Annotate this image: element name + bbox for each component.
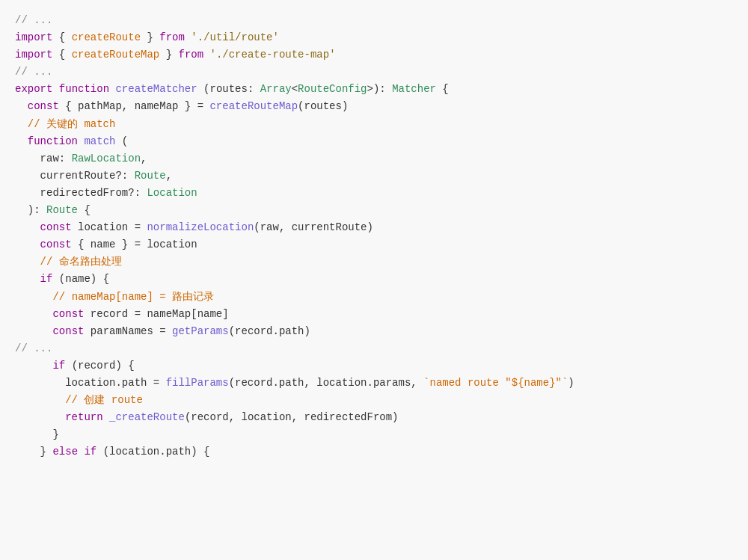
code-token: } xyxy=(15,426,59,443)
code-viewer: // ...import { createRoute } from './uti… xyxy=(0,0,748,560)
code-token: , xyxy=(141,150,147,167)
code-token: fillParams xyxy=(166,375,229,392)
code-token: // ... xyxy=(15,340,52,357)
code-token: redirectedFrom?: xyxy=(15,185,147,202)
code-token xyxy=(15,98,28,115)
code-token: // ... xyxy=(15,12,52,29)
code-token xyxy=(15,392,65,409)
code-token: Route xyxy=(46,202,78,219)
code-token xyxy=(109,81,115,98)
code-line: // 命名路由处理 xyxy=(0,253,748,271)
code-token: const xyxy=(40,219,72,236)
code-token: >): xyxy=(367,81,393,98)
code-token: Array xyxy=(260,81,292,98)
code-token: // 创建 route xyxy=(65,392,143,409)
code-token: from xyxy=(159,29,185,46)
code-token: createRouteMap xyxy=(209,98,298,115)
code-token: location.path = xyxy=(15,375,166,392)
code-line: // ... xyxy=(0,340,748,357)
code-token: (location.path) { xyxy=(96,443,209,461)
code-line: raw: RawLocation, xyxy=(0,150,748,167)
code-line: import { createRoute } from './util/rout… xyxy=(0,29,748,46)
code-token: Matcher xyxy=(392,81,436,98)
code-token: './util/route' xyxy=(191,29,279,46)
code-token xyxy=(203,46,209,64)
code-line: // ... xyxy=(0,64,748,81)
code-token: (routes: xyxy=(197,81,260,98)
code-line: // nameMap[name] = 路由记录 xyxy=(0,289,748,306)
code-line: const location = normalizeLocation(raw, … xyxy=(0,219,748,236)
code-token: './create-route-map' xyxy=(210,46,336,64)
code-line: import { createRouteMap } from './create… xyxy=(0,46,748,64)
code-token: (raw, currentRoute) xyxy=(254,219,373,236)
code-token: { xyxy=(78,202,91,219)
code-token: RawLocation xyxy=(72,150,141,167)
code-token: else xyxy=(52,443,78,461)
code-token: < xyxy=(292,81,298,98)
code-token: ( xyxy=(115,133,128,150)
code-token: Location xyxy=(147,185,197,202)
code-line: if (record) { xyxy=(0,357,748,375)
code-token xyxy=(103,409,109,426)
code-line: // 创建 route xyxy=(0,392,748,409)
code-token: (record.path) xyxy=(229,323,310,340)
code-token: (name) { xyxy=(52,271,109,288)
code-token: location = xyxy=(72,219,147,236)
code-token: function xyxy=(28,133,78,150)
code-token xyxy=(15,133,28,150)
code-token xyxy=(78,133,84,150)
code-token xyxy=(15,289,52,306)
code-token: (record, location, redirectedFrom) xyxy=(185,409,399,426)
code-token: } xyxy=(141,29,159,46)
code-token xyxy=(15,116,28,133)
code-line: const paramNames = getParams(record.path… xyxy=(0,323,748,340)
code-token: return xyxy=(65,409,102,426)
code-token xyxy=(15,409,65,426)
code-token: import xyxy=(15,29,52,46)
code-token xyxy=(15,236,40,253)
code-token: (record.path, location.params, xyxy=(229,375,423,392)
code-token: record = nameMap[name] xyxy=(84,306,228,323)
code-token: const xyxy=(40,236,72,253)
code-token: match xyxy=(84,133,115,150)
code-line: function match ( xyxy=(0,133,748,150)
code-line: } xyxy=(0,426,748,443)
code-line: } else if (location.path) { xyxy=(0,443,748,461)
code-token: // ... xyxy=(15,64,52,81)
code-token: { xyxy=(52,46,71,64)
code-token: if xyxy=(52,357,65,375)
code-line: // ... xyxy=(0,12,748,29)
code-token xyxy=(15,219,40,236)
code-token: // 命名路由处理 xyxy=(40,253,122,271)
code-line: const { name } = location xyxy=(0,236,748,253)
code-line: export function createMatcher (routes: A… xyxy=(0,81,748,98)
code-token: getParams xyxy=(172,323,229,340)
code-token: Route xyxy=(135,167,166,185)
code-token: RouteConfig xyxy=(298,81,367,98)
code-token: export xyxy=(15,81,52,98)
code-token: (record) { xyxy=(65,357,134,375)
code-token: _createRoute xyxy=(109,409,185,426)
code-token: { xyxy=(52,29,71,46)
code-token: paramNames = xyxy=(84,323,172,340)
code-content: // ...import { createRoute } from './uti… xyxy=(0,12,748,461)
code-line: ): Route { xyxy=(0,202,748,219)
code-token: const xyxy=(52,323,84,340)
code-token: from xyxy=(178,46,203,64)
code-token: createRoute xyxy=(72,29,141,46)
code-token: const xyxy=(52,306,84,323)
code-token: // 关键的 match xyxy=(28,116,116,133)
code-token: currentRoute?: xyxy=(15,167,135,185)
code-token: createMatcher xyxy=(115,81,197,98)
code-token: (routes) xyxy=(298,98,348,115)
code-line: location.path = fillParams(record.path, … xyxy=(0,375,748,392)
code-token: if xyxy=(40,271,53,288)
code-token: if xyxy=(84,443,96,461)
code-token: raw: xyxy=(15,150,72,167)
code-token xyxy=(78,443,84,461)
code-token xyxy=(185,29,191,46)
code-token: , xyxy=(166,167,172,185)
code-token xyxy=(15,306,52,323)
code-line: const { pathMap, nameMap } = createRoute… xyxy=(0,98,748,115)
code-token: ): xyxy=(15,202,46,219)
